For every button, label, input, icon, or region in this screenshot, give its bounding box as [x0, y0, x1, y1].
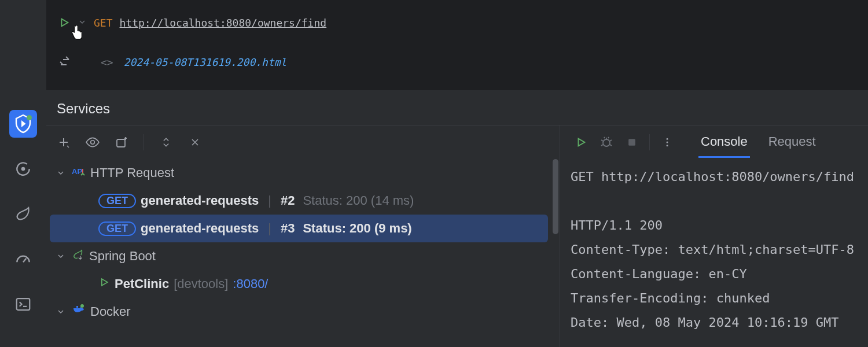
- app-name: PetClinic: [115, 276, 169, 291]
- endpoints-tool-button[interactable]: [9, 155, 37, 183]
- services-panel: Services API HTTP Request: [46, 90, 868, 347]
- tree-label: Docker: [90, 304, 131, 319]
- request-number: #2: [281, 193, 295, 208]
- request-name: generated-requests: [141, 193, 259, 208]
- svg-rect-10: [76, 306, 78, 308]
- spring-tool-button[interactable]: [9, 200, 37, 228]
- tree-label: HTTP Request: [90, 165, 174, 180]
- left-tool-strip: [0, 0, 46, 347]
- app-profile: [devtools]: [174, 276, 228, 291]
- tree-node-request[interactable]: GET generated-requests | #3 Status: 200 …: [50, 215, 548, 242]
- svg-rect-13: [628, 139, 635, 146]
- debug-button[interactable]: [596, 132, 617, 153]
- tree-toolbar: [46, 125, 560, 159]
- docker-icon: [72, 304, 86, 320]
- tree-node-spring-app[interactable]: PetClinic [devtools] :8080/: [46, 270, 560, 298]
- svg-point-16: [667, 145, 668, 146]
- add-service-button[interactable]: [54, 133, 73, 152]
- pointer-cursor-icon: [68, 24, 84, 43]
- tree-label: Spring Boot: [89, 249, 156, 264]
- profiler-tool-button[interactable]: [9, 245, 37, 273]
- tab-console[interactable]: Console: [698, 127, 750, 158]
- svg-point-3: [91, 141, 95, 145]
- svg-rect-9: [76, 308, 78, 310]
- rerun-button[interactable]: [571, 132, 591, 153]
- close-button[interactable]: [186, 133, 204, 152]
- app-port[interactable]: :8080/: [233, 276, 268, 291]
- run-icon: [98, 276, 110, 291]
- scrollbar-thumb[interactable]: [553, 159, 558, 234]
- svg-point-11: [80, 304, 84, 308]
- expand-collapse-button[interactable]: [157, 133, 175, 152]
- svg-point-12: [603, 139, 610, 146]
- chevron-down-icon: [54, 307, 67, 316]
- method-badge: GET: [98, 194, 136, 208]
- panel-title: Services: [46, 90, 868, 125]
- console-output[interactable]: GET http://localhost:8080/owners/find HT…: [560, 159, 868, 347]
- http-method: GET: [94, 17, 113, 29]
- tree-node-http-request[interactable]: API HTTP Request: [46, 159, 560, 187]
- svg-text:AP: AP: [72, 167, 82, 176]
- open-new-tab-button[interactable]: [112, 133, 131, 152]
- http-url[interactable]: http://localhost:8080/owners/find: [120, 17, 327, 29]
- http-editor[interactable]: GET http://localhost:8080/owners/find <>…: [46, 0, 868, 90]
- stop-button[interactable]: [621, 132, 642, 153]
- svg-rect-4: [117, 139, 125, 147]
- api-icon: API: [72, 165, 86, 180]
- terminal-tool-button[interactable]: [9, 290, 37, 318]
- services-tool-button[interactable]: [9, 110, 37, 138]
- tree-node-request[interactable]: GET generated-requests | #2 Status: 200 …: [46, 187, 560, 215]
- request-status: Status: 200 (14 ms): [303, 193, 414, 208]
- method-badge: GET: [98, 222, 136, 236]
- request-status: Status: 200 (9 ms): [303, 221, 411, 236]
- svg-rect-8: [74, 308, 76, 310]
- tab-request[interactable]: Request: [766, 127, 818, 158]
- show-hidden-button[interactable]: [83, 133, 102, 152]
- chevron-down-icon: [54, 168, 67, 178]
- svg-point-0: [27, 115, 32, 120]
- tree-node-docker[interactable]: Docker: [46, 298, 560, 326]
- more-button[interactable]: [657, 132, 678, 153]
- svg-point-1: [21, 167, 25, 171]
- request-number: #3: [281, 221, 295, 236]
- compare-responses-icon[interactable]: [58, 54, 72, 70]
- angle-bracket-icon: <>: [101, 56, 113, 68]
- svg-point-15: [667, 142, 668, 143]
- tree-node-spring-boot[interactable]: Spring Boot: [46, 242, 560, 270]
- chevron-down-icon: [54, 252, 67, 261]
- request-name: generated-requests: [141, 221, 259, 236]
- spring-icon: [72, 248, 84, 264]
- svg-point-14: [667, 138, 668, 140]
- response-file-link[interactable]: 2024-05-08T131619.200.html: [124, 56, 287, 68]
- services-tree[interactable]: API HTTP Request GET generated-requests …: [46, 159, 560, 347]
- svg-rect-2: [17, 298, 30, 310]
